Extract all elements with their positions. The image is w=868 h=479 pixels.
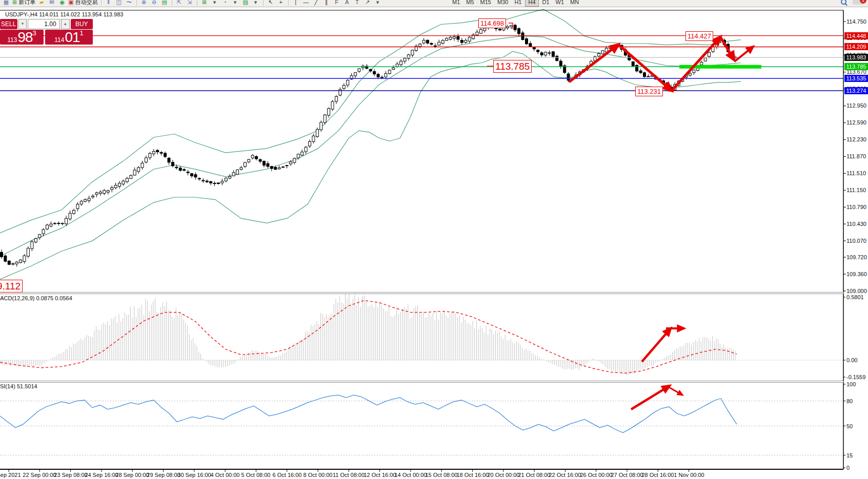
- bar-chart-icon[interactable]: ‖: [105, 0, 113, 6]
- buy-price-sup: 1: [80, 30, 84, 36]
- caret4: ▾: [374, 0, 382, 6]
- chart-canvas[interactable]: [0, 0, 868, 479]
- timeframe-button-h1[interactable]: H1: [512, 0, 524, 7]
- timeframe-button-w1[interactable]: W1: [553, 0, 567, 7]
- periods-clock-icon-glyph: ◔: [223, 0, 227, 6]
- toolbar-separator: [136, 0, 137, 6]
- mail-icon[interactable]: ✉: [48, 0, 56, 6]
- candle-chart-icon-glyph: ◫: [116, 0, 121, 6]
- rsi-panel[interactable]: [0, 386, 843, 455]
- fibonacci-icon-glyph: F: [335, 0, 338, 6]
- timeframe-button-mn[interactable]: MN: [568, 0, 581, 7]
- add-indicator-icon-glyph: ⊞: [202, 0, 207, 6]
- new-order-button-label: 新订单: [18, 0, 35, 6]
- volume-down-button[interactable]: ▼: [18, 19, 27, 29]
- toolbar: ▦⊞新订单▰✉◉▣自动交易‖◫〜⊕⊖▤⇱⇲⊞▾◔▾▨▾↖+|—╱∥FAT↗▾ M…: [0, 0, 868, 7]
- macd-label: MACD(12,26,9) 0.0875 0.0564: [0, 295, 72, 301]
- bollinger-lower: [0, 52, 741, 280]
- signal-icon[interactable]: ◉: [58, 0, 66, 6]
- hline-icon-glyph: —: [303, 0, 309, 6]
- gold-icon[interactable]: ▰: [37, 0, 46, 6]
- toolbar-separator: [172, 0, 172, 6]
- zoom-out-icon[interactable]: ⊖: [150, 0, 158, 6]
- zoom-in-icon[interactable]: ⊕: [140, 0, 148, 6]
- trendline-icon[interactable]: ╱: [312, 0, 320, 6]
- search-icon[interactable]: [841, 0, 846, 5]
- arrange-up-icon-glyph: ⇱: [177, 0, 181, 6]
- symbol-ohlc-header: USDJPY-,H4 114.011 114.022 113.954 113.9…: [5, 11, 123, 17]
- caret1-glyph: ▾: [213, 0, 216, 6]
- toolbar-separator: [101, 0, 102, 6]
- bollinger-upper: [0, 9, 741, 233]
- line-chart-icon-glyph: 〜: [126, 0, 132, 6]
- arrange-down-icon[interactable]: ⇲: [186, 0, 194, 6]
- volume-up-button[interactable]: ▲: [61, 19, 70, 29]
- rsi-annotation-arrow-0: [631, 386, 670, 409]
- timeframe-button-m1[interactable]: M1: [450, 0, 462, 7]
- caret3: ▾: [252, 0, 260, 6]
- sell-price[interactable]: 113 98 3: [0, 30, 44, 45]
- one-click-trade-panel: SELL ▼ 1.00 ▲ BUY 113 98 3 114 01 1: [0, 19, 93, 45]
- candles[interactable]: [1, 24, 737, 267]
- label-icon-glyph: T: [355, 0, 359, 6]
- tile-windows-icon[interactable]: ▤: [160, 0, 169, 6]
- macd-panel[interactable]: [0, 292, 843, 376]
- fibonacci-icon[interactable]: F: [333, 0, 341, 6]
- vline-icon[interactable]: |: [292, 0, 300, 6]
- tile-windows-icon-glyph: ▤: [162, 0, 167, 6]
- buy-price[interactable]: 114 01 1: [45, 30, 93, 45]
- zoom-out-icon-glyph: ⊖: [152, 0, 156, 6]
- text-icon[interactable]: A: [343, 0, 351, 6]
- buy-button[interactable]: BUY: [71, 19, 93, 29]
- timeframe-button-m5[interactable]: M5: [463, 0, 476, 7]
- panel-splitter-macd[interactable]: [0, 292, 843, 294]
- autotrading-button[interactable]: ▣自动交易: [68, 0, 97, 6]
- template-icon-glyph: ▨: [243, 0, 248, 6]
- trend-zigzag-segment-1: [618, 45, 672, 91]
- timeframe-button-m15[interactable]: M15: [478, 0, 494, 7]
- template-icon[interactable]: ▨: [241, 0, 250, 6]
- crosshair-icon[interactable]: +: [277, 0, 285, 6]
- rsi-annotation-arrow-1: [669, 387, 682, 395]
- mail-icon-glyph: ✉: [50, 0, 54, 6]
- periods-clock-icon[interactable]: ◔: [221, 0, 229, 6]
- macd-annotation-arrow-0: [642, 328, 671, 362]
- caret1: ▾: [211, 0, 219, 6]
- label-icon[interactable]: T: [353, 0, 361, 6]
- chart-window-icon[interactable]: ▦: [2, 0, 10, 6]
- add-indicator-icon[interactable]: ⊞: [200, 0, 209, 6]
- caret2-glyph: ▾: [234, 0, 237, 6]
- arrows-icon[interactable]: ↗: [364, 0, 372, 6]
- timeframe-button-h4[interactable]: H4: [525, 0, 538, 7]
- new-order-button[interactable]: ⊞新订单: [12, 0, 35, 6]
- autotrading-glyph: ▣: [68, 0, 73, 6]
- timeframe-group: M1M5M15M30H1H4D1W1MN: [449, 0, 582, 7]
- line-chart-icon[interactable]: 〜: [125, 0, 133, 6]
- toolbar-left-icons: ▦⊞新订单▰✉◉▣自动交易‖◫〜⊕⊖▤⇱⇲⊞▾◔▾▨▾↖+|—╱∥FAT↗▾: [0, 0, 868, 7]
- bar-chart-icon-glyph: ‖: [107, 0, 110, 6]
- arrange-up-icon[interactable]: ⇱: [175, 0, 184, 6]
- new-order-glyph: ⊞: [12, 0, 17, 6]
- caret3-glyph: ▾: [254, 0, 257, 6]
- channel-icon[interactable]: ∥: [322, 0, 331, 6]
- panel-splitter-rsi[interactable]: [0, 381, 843, 383]
- top-right-icons: 1: [841, 0, 864, 5]
- channel-icon-glyph: ∥: [325, 0, 328, 6]
- sell-price-small: 113: [7, 36, 17, 44]
- volume-input[interactable]: 1.00: [28, 19, 59, 29]
- timeframe-button-d1[interactable]: D1: [540, 0, 552, 7]
- timeframe-button-m30[interactable]: M30: [495, 0, 511, 7]
- buy-price-main: 01: [65, 31, 79, 44]
- gold-icon-glyph: ▰: [39, 0, 44, 6]
- rsi-label: RSI(14) 51.5014: [0, 383, 37, 389]
- zoom-in-icon-glyph: ⊕: [142, 0, 146, 6]
- cursor-icon[interactable]: ↖: [267, 0, 275, 6]
- news-bubble-icon[interactable]: 1: [853, 0, 864, 5]
- buy-price-small: 114: [54, 36, 64, 44]
- sell-button[interactable]: SELL: [0, 19, 17, 29]
- crosshair-icon-glyph: +: [279, 0, 282, 6]
- candle-chart-icon[interactable]: ◫: [115, 0, 123, 6]
- hline-icon[interactable]: —: [302, 0, 310, 6]
- arrows-icon-glyph: ↗: [365, 0, 370, 6]
- autotrading-button-label: 自动交易: [75, 0, 98, 6]
